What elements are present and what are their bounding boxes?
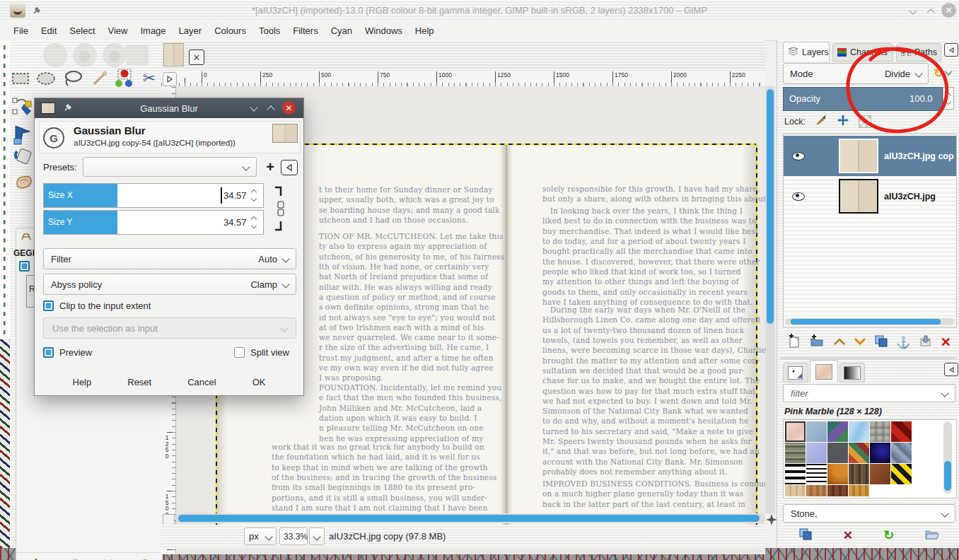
patterns-v-scrollbar-thumb[interactable] (944, 461, 951, 491)
size-y-value[interactable]: 34.57 (223, 217, 247, 228)
pattern-swatch[interactable] (785, 443, 806, 463)
ruler-menu-button[interactable] (163, 72, 177, 86)
duplicate-pattern-icon[interactable] (798, 527, 813, 543)
pattern-swatch[interactable] (870, 485, 890, 496)
layer-thumbnail[interactable] (839, 179, 878, 214)
dialog-title-bar[interactable]: Gaussian Blur ✕ (35, 98, 303, 118)
pattern-swatch[interactable] (827, 421, 848, 442)
pattern-swatch[interactable] (849, 485, 869, 496)
size-y-slider[interactable]: Size Y 34.57 (43, 210, 264, 235)
dialog-shade-icon[interactable] (251, 105, 257, 110)
smudge-tool[interactable] (13, 170, 35, 192)
new-layer-icon[interactable] (787, 334, 801, 351)
pattern-swatch[interactable] (827, 464, 848, 484)
size-y-spinner[interactable] (252, 214, 256, 231)
cancel-button[interactable]: Cancel (187, 377, 216, 387)
patterns-grid[interactable] (785, 421, 935, 496)
pattern-swatch[interactable] (891, 485, 912, 496)
select-by-colour-tool[interactable] (113, 68, 137, 89)
unit-select[interactable]: px (244, 527, 277, 545)
layer-name[interactable]: aIU3zCH.jpg cop (884, 151, 954, 161)
pattern-filter-combo[interactable]: filter (783, 384, 955, 402)
menu-image[interactable]: Image (134, 25, 172, 36)
reset-tool-options-icon[interactable]: ↺ (138, 556, 148, 560)
menu-windows[interactable]: Windows (359, 25, 409, 36)
mode-combo[interactable]: Divide (885, 69, 922, 79)
menu-colours[interactable]: Colours (208, 25, 252, 36)
canvas-h-scrollbar-thumb[interactable] (178, 515, 760, 522)
gradients-tab[interactable] (839, 363, 865, 383)
canvas-v-scrollbar[interactable] (765, 86, 775, 513)
horizontal-ruler[interactable]: 0250500750100012501500175020002250 (161, 71, 765, 87)
layer-visibility-icon[interactable] (792, 192, 805, 201)
lock-position-icon[interactable] (837, 114, 849, 129)
pattern-swatch[interactable] (870, 421, 890, 442)
layer-name[interactable]: aIU3zCH.jpg (884, 192, 936, 202)
lock-pixels-icon[interactable] (815, 115, 827, 129)
pattern-swatch[interactable] (806, 464, 827, 484)
mode-options-combo[interactable] (946, 69, 951, 74)
help-button[interactable]: Help (73, 377, 92, 387)
brushes-tab[interactable] (783, 363, 808, 383)
rect-select-tool[interactable] (8, 69, 33, 88)
navigation-icon[interactable] (766, 514, 777, 525)
pattern-swatch[interactable] (806, 443, 827, 463)
dock-separator[interactable] (780, 357, 957, 360)
layer-row-selected[interactable]: aIU3zCH.jpg cop (784, 136, 956, 176)
abyss-policy-combo[interactable]: Abyss policy Clamp (43, 274, 296, 295)
split-view-row[interactable]: Split view (234, 347, 289, 358)
size-x-value[interactable]: 34.57 (223, 190, 247, 201)
menu-file[interactable]: File (7, 25, 35, 36)
pattern-swatch[interactable] (827, 485, 848, 496)
delete-tool-preset-icon[interactable]: ✕ (103, 556, 113, 560)
pattern-swatch[interactable] (849, 443, 869, 463)
paths-tab[interactable]: Paths (896, 43, 941, 62)
menu-layer[interactable]: Layer (173, 25, 209, 36)
sample-checkbox[interactable] (19, 261, 30, 272)
dashed-x-tab-icon[interactable]: ✕ (189, 49, 204, 65)
new-group-icon[interactable] (809, 334, 825, 351)
zoom-value[interactable]: 33.3% (279, 527, 308, 545)
pattern-swatch[interactable] (806, 485, 827, 496)
window-shade-icon[interactable] (907, 6, 919, 16)
canvas-h-scrollbar[interactable] (175, 513, 765, 523)
patterns-dock-menu-icon[interactable] (944, 363, 958, 376)
dock-menu-icon[interactable] (944, 43, 958, 57)
zoom-dropdown-button[interactable] (309, 527, 325, 545)
dialog-close-icon[interactable]: ✕ (282, 101, 296, 115)
chain-link-icon[interactable] (272, 186, 286, 231)
image-tab-thumbnail[interactable] (163, 43, 184, 66)
mode-reset-icon[interactable]: ↻ (931, 66, 946, 80)
pattern-swatch[interactable] (785, 421, 806, 442)
menu-cyan[interactable]: Cyan (325, 25, 359, 36)
refresh-patterns-icon[interactable]: ↻ (883, 527, 894, 543)
size-x-spinner[interactable] (252, 187, 256, 204)
lower-layer-icon[interactable] (854, 336, 866, 349)
opacity-spinner[interactable] (943, 87, 954, 110)
split-view-checkbox[interactable] (234, 347, 245, 358)
menu-help[interactable]: Help (409, 25, 441, 36)
clip-extent-checkbox[interactable] (43, 301, 54, 311)
bucket-fill-tool[interactable] (11, 144, 35, 168)
filter-combo[interactable]: Filter Auto (43, 248, 296, 269)
pattern-swatch[interactable] (785, 464, 806, 484)
pattern-swatch[interactable] (891, 421, 912, 442)
size-x-slider[interactable]: Size X 34.57 (43, 183, 264, 208)
dialog-collapse-icon[interactable] (268, 107, 274, 112)
opacity-slider[interactable]: Opacity 100.0 (783, 87, 943, 111)
restore-tool-preset-icon[interactable]: ↺ (68, 556, 78, 560)
add-preset-icon[interactable]: + (262, 158, 278, 175)
pattern-swatch[interactable] (849, 421, 869, 442)
manage-presets-icon[interactable] (281, 160, 298, 175)
move-transform-tool[interactable] (11, 122, 35, 146)
save-tool-preset-icon[interactable] (29, 557, 43, 560)
layer-thumbnail[interactable] (839, 139, 878, 173)
fuzzy-select-wand-tool[interactable] (88, 69, 112, 89)
pattern-swatch[interactable] (891, 464, 912, 484)
delete-layer-icon[interactable]: ✕ (941, 334, 951, 350)
paths-ink-tool[interactable] (11, 95, 35, 119)
reset-button[interactable]: Reset (127, 377, 151, 387)
menu-select[interactable]: Select (63, 25, 101, 36)
merge-layer-icon[interactable] (919, 334, 933, 350)
pattern-swatch[interactable] (785, 485, 806, 496)
